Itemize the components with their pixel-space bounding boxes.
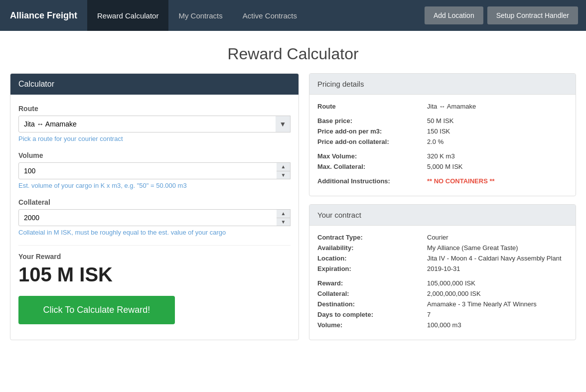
nav-link-my-contracts[interactable]: My Contracts bbox=[168, 0, 232, 31]
pricing-instructions-val: ** NO CONTAINERS ** bbox=[427, 177, 495, 185]
pricing-max-volume-row: Max Volume: 320 K m3 bbox=[317, 152, 568, 160]
route-hint: Pick a route for your courier contract bbox=[18, 135, 291, 142]
contract-section: Your contract Contract Type: Courier Ava… bbox=[309, 204, 576, 340]
route-label: Route bbox=[18, 105, 291, 113]
nav-link-active-contracts[interactable]: Active Contracts bbox=[233, 0, 307, 31]
pricing-max-collateral-val: 5,000 M ISK bbox=[427, 163, 463, 170]
contract-destination-row: Destination: Amamake - 3 Time Nearly AT … bbox=[317, 300, 568, 308]
contract-location-val: Jita IV - Moon 4 - Caldari Navy Assembly… bbox=[427, 255, 562, 262]
contract-type-key: Contract Type: bbox=[317, 234, 427, 241]
pricing-max-collateral-row: Max. Collateral: 5,000 M ISK bbox=[317, 163, 568, 170]
pricing-instructions-row: Additional Instructions: ** NO CONTAINER… bbox=[317, 177, 568, 185]
reward-section: Your Reward 105 M ISK Click To Calculate… bbox=[18, 245, 291, 324]
contract-reward-row: Reward: 105,000,000 ISK bbox=[317, 279, 568, 287]
contract-collateral-key: Collateral: bbox=[317, 290, 427, 297]
volume-group: Volume ▲ ▼ Est. volume of your cargo in … bbox=[18, 151, 291, 189]
contract-volume-val: 100,000 m3 bbox=[427, 321, 461, 329]
pricing-route-val: Jita ↔ Amamake bbox=[427, 103, 476, 110]
contract-days-val: 7 bbox=[427, 311, 431, 318]
pricing-max-volume-val: 320 K m3 bbox=[427, 152, 455, 160]
volume-input-wrapper: ▲ ▼ bbox=[18, 162, 291, 179]
contract-days-key: Days to complete: bbox=[317, 311, 427, 318]
route-group: Route Jita ↔ Amamake ▼ Pick a route for … bbox=[18, 105, 291, 142]
add-location-button[interactable]: Add Location bbox=[425, 6, 483, 24]
reward-amount: 105 M ISK bbox=[18, 263, 291, 286]
calculator-body: Route Jita ↔ Amamake ▼ Pick a route for … bbox=[10, 95, 298, 334]
contract-expiration-row: Expiration: 2019-10-31 bbox=[317, 265, 568, 272]
pricing-section: Pricing details Route Jita ↔ Amamake Bas… bbox=[309, 73, 576, 196]
calculator-panel: Calculator Route Jita ↔ Amamake ▼ Pick a… bbox=[10, 73, 299, 340]
nav-actions: Add Location Setup Contract Handler bbox=[417, 0, 586, 31]
collateral-group: Collateral ▲ ▼ Collateial in M ISK, must… bbox=[18, 198, 291, 236]
contract-volume-key: Volume: bbox=[317, 321, 427, 329]
collateral-input-wrapper: ▲ ▼ bbox=[18, 209, 291, 226]
pricing-route-key: Route bbox=[317, 103, 427, 110]
pricing-route-row: Route Jita ↔ Amamake bbox=[317, 103, 568, 110]
volume-arrows: ▲ ▼ bbox=[277, 162, 291, 179]
nav-link-reward-calculator[interactable]: Reward Calculator bbox=[87, 0, 168, 31]
collateral-down-button[interactable]: ▼ bbox=[277, 218, 290, 226]
contract-destination-key: Destination: bbox=[317, 300, 427, 308]
reward-label: Your Reward bbox=[18, 253, 291, 261]
route-select[interactable]: Jita ↔ Amamake bbox=[18, 116, 291, 132]
pricing-base-price-row: Base price: 50 M ISK bbox=[317, 117, 568, 125]
pricing-base-price-key: Base price: bbox=[317, 117, 427, 125]
collateral-up-button[interactable]: ▲ bbox=[277, 210, 290, 218]
collateral-input[interactable] bbox=[18, 209, 291, 226]
contract-location-key: Location: bbox=[317, 255, 427, 262]
pricing-base-price-val: 50 M ISK bbox=[427, 117, 453, 125]
contract-expiration-val: 2019-10-31 bbox=[427, 265, 460, 272]
nav-brand: Alliance Freight bbox=[0, 0, 87, 31]
pricing-addon-m3-val: 150 ISK bbox=[427, 128, 450, 135]
collateral-hint: Collateial in M ISK, must be roughly equ… bbox=[18, 229, 291, 236]
pricing-max-volume-key: Max Volume: bbox=[317, 152, 427, 160]
pricing-max-collateral-key: Max. Collateral: bbox=[317, 163, 427, 170]
pricing-instructions-key: Additional Instructions: bbox=[317, 177, 427, 185]
pricing-addon-col-val: 2.0 % bbox=[427, 138, 443, 145]
contract-availability-key: Availability: bbox=[317, 244, 427, 252]
contract-collateral-val: 2,000,000,000 ISK bbox=[427, 290, 481, 297]
contract-availability-val: My Alliance (Same Great Taste) bbox=[427, 244, 518, 252]
pricing-addon-col-row: Price add-on collateral: 2.0 % bbox=[317, 138, 568, 145]
navbar: Alliance Freight Reward Calculator My Co… bbox=[0, 0, 586, 31]
calculate-button[interactable]: Click To Calculate Reward! bbox=[18, 296, 175, 324]
contract-type-val: Courier bbox=[427, 234, 448, 241]
contract-reward-val: 105,000,000 ISK bbox=[427, 279, 475, 287]
right-panel: Pricing details Route Jita ↔ Amamake Bas… bbox=[309, 73, 576, 340]
page-title: Reward Calculator bbox=[0, 31, 586, 73]
contract-type-row: Contract Type: Courier bbox=[317, 234, 568, 241]
pricing-addon-m3-key: Price add-on per m3: bbox=[317, 128, 427, 135]
contract-destination-val: Amamake - 3 Time Nearly AT Winners bbox=[427, 300, 537, 308]
pricing-body: Route Jita ↔ Amamake Base price: 50 M IS… bbox=[309, 95, 576, 196]
nav-links: Reward Calculator My Contracts Active Co… bbox=[87, 0, 417, 31]
volume-input[interactable] bbox=[18, 162, 291, 179]
collateral-arrows: ▲ ▼ bbox=[277, 209, 291, 226]
setup-contract-handler-button[interactable]: Setup Contract Handler bbox=[487, 6, 578, 24]
contract-collateral-row: Collateral: 2,000,000,000 ISK bbox=[317, 290, 568, 297]
collateral-label: Collateral bbox=[18, 198, 291, 206]
contract-body: Contract Type: Courier Availability: My … bbox=[309, 226, 576, 340]
contract-volume-row: Volume: 100,000 m3 bbox=[317, 321, 568, 329]
volume-up-button[interactable]: ▲ bbox=[277, 163, 290, 171]
route-select-wrapper: Jita ↔ Amamake ▼ bbox=[18, 116, 291, 132]
contract-reward-key: Reward: bbox=[317, 279, 427, 287]
contract-days-row: Days to complete: 7 bbox=[317, 311, 568, 318]
contract-location-row: Location: Jita IV - Moon 4 - Caldari Nav… bbox=[317, 255, 568, 262]
pricing-header: Pricing details bbox=[309, 74, 576, 95]
calculator-header: Calculator bbox=[10, 74, 298, 95]
contract-header: Your contract bbox=[309, 205, 576, 226]
volume-down-button[interactable]: ▼ bbox=[277, 171, 290, 179]
pricing-addon-m3-row: Price add-on per m3: 150 ISK bbox=[317, 128, 568, 135]
main-content: Calculator Route Jita ↔ Amamake ▼ Pick a… bbox=[0, 73, 586, 355]
pricing-addon-col-key: Price add-on collateral: bbox=[317, 138, 427, 145]
contract-expiration-key: Expiration: bbox=[317, 265, 427, 272]
contract-availability-row: Availability: My Alliance (Same Great Ta… bbox=[317, 244, 568, 252]
volume-label: Volume bbox=[18, 151, 291, 159]
volume-hint: Est. volume of your cargo in K x m3, e.g… bbox=[18, 182, 291, 189]
